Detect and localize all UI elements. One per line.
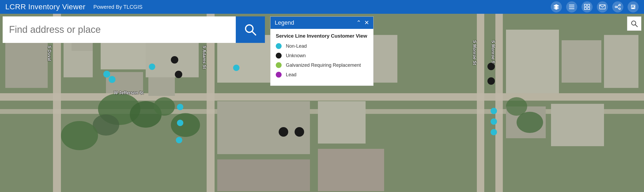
map-point[interactable] bbox=[103, 71, 110, 78]
print-button[interactable] bbox=[628, 1, 639, 12]
map-point[interactable] bbox=[233, 65, 239, 71]
svg-rect-3 bbox=[584, 4, 587, 6]
header-toolbar bbox=[551, 1, 639, 12]
mail-button[interactable] bbox=[597, 1, 608, 12]
svg-rect-41 bbox=[506, 30, 559, 93]
svg-rect-5 bbox=[584, 7, 587, 10]
map-point[interactable] bbox=[177, 104, 183, 110]
legend-body: Service Line Inventory Customer View Non… bbox=[270, 29, 373, 86]
map-point[interactable] bbox=[109, 76, 116, 83]
share-button[interactable] bbox=[612, 1, 623, 12]
svg-rect-40 bbox=[318, 101, 366, 144]
non-lead-label: Non-Lead bbox=[286, 43, 307, 49]
unknown-dot bbox=[276, 53, 282, 59]
list-button[interactable] bbox=[566, 1, 577, 12]
legend-panel: Legend ⌃ ✕ Service Line Inventory Custom… bbox=[270, 16, 374, 86]
svg-line-51 bbox=[252, 31, 256, 35]
svg-point-8 bbox=[619, 4, 620, 6]
svg-rect-14 bbox=[632, 8, 634, 9]
svg-point-9 bbox=[615, 6, 617, 8]
search-button[interactable] bbox=[236, 16, 265, 43]
non-lead-dot bbox=[276, 43, 282, 49]
svg-rect-17 bbox=[0, 93, 644, 101]
svg-rect-21 bbox=[477, 14, 484, 192]
svg-rect-48 bbox=[217, 159, 310, 191]
map-point[interactable] bbox=[487, 77, 495, 85]
map-point[interactable] bbox=[177, 120, 183, 126]
header-left: LCRR Inventory Viewer Powered By TLCGIS bbox=[5, 3, 143, 11]
svg-rect-29 bbox=[148, 77, 175, 96]
galvanized-label: Galvanized Requiring Replacement bbox=[286, 62, 361, 68]
legend-header: Legend ⌃ ✕ bbox=[270, 17, 373, 29]
app-header: LCRR Inventory Viewer Powered By TLCGIS bbox=[0, 0, 644, 14]
svg-point-33 bbox=[154, 97, 175, 116]
legend-item-lead: Lead bbox=[276, 72, 368, 78]
svg-point-35 bbox=[61, 121, 98, 150]
map-point[interactable] bbox=[491, 118, 497, 125]
legend-title: Legend bbox=[275, 19, 294, 26]
svg-point-34 bbox=[171, 113, 200, 137]
svg-line-53 bbox=[635, 25, 637, 27]
svg-rect-45 bbox=[551, 104, 604, 146]
map-point[interactable] bbox=[149, 64, 155, 70]
svg-point-47 bbox=[517, 112, 543, 133]
svg-rect-39 bbox=[217, 101, 310, 154]
lead-label: Lead bbox=[286, 72, 296, 78]
legend-item-non-lead: Non-Lead bbox=[276, 43, 368, 49]
svg-line-11 bbox=[617, 5, 619, 7]
svg-line-12 bbox=[617, 7, 619, 8]
svg-rect-4 bbox=[588, 4, 590, 6]
legend-controls: ⌃ ✕ bbox=[356, 20, 369, 26]
map-point[interactable] bbox=[175, 71, 182, 78]
layers-button[interactable] bbox=[551, 1, 562, 12]
map-point[interactable] bbox=[487, 63, 495, 70]
svg-point-10 bbox=[619, 8, 620, 10]
map-point[interactable] bbox=[171, 56, 178, 64]
unknown-label: Unknown bbox=[286, 53, 306, 59]
map-point[interactable] bbox=[491, 129, 497, 135]
svg-rect-42 bbox=[562, 40, 601, 83]
svg-rect-22 bbox=[495, 14, 503, 192]
map-point[interactable] bbox=[176, 137, 182, 143]
svg-rect-6 bbox=[588, 7, 590, 10]
powered-by-label: Powered By TLCGIS bbox=[94, 4, 143, 10]
svg-rect-43 bbox=[604, 35, 638, 88]
galvanized-dot bbox=[276, 62, 282, 68]
search-input[interactable] bbox=[3, 16, 236, 43]
grid-button[interactable] bbox=[581, 1, 593, 12]
svg-point-15 bbox=[634, 7, 635, 7]
map-point[interactable] bbox=[279, 127, 288, 137]
legend-service-line-title: Service Line Inventory Customer View bbox=[276, 33, 368, 39]
app-title: LCRR Inventory Viewer bbox=[5, 3, 86, 11]
map-search-button[interactable] bbox=[627, 16, 641, 31]
legend-item-galvanized: Galvanized Requiring Replacement bbox=[276, 62, 368, 68]
lead-dot bbox=[276, 72, 282, 78]
legend-close-button[interactable]: ✕ bbox=[364, 20, 369, 26]
map-point[interactable] bbox=[295, 127, 304, 137]
svg-rect-49 bbox=[318, 149, 384, 191]
search-container bbox=[3, 16, 265, 43]
map-point[interactable] bbox=[491, 108, 497, 114]
legend-collapse-button[interactable]: ⌃ bbox=[356, 20, 361, 26]
legend-item-unknown: Unknown bbox=[276, 53, 368, 59]
